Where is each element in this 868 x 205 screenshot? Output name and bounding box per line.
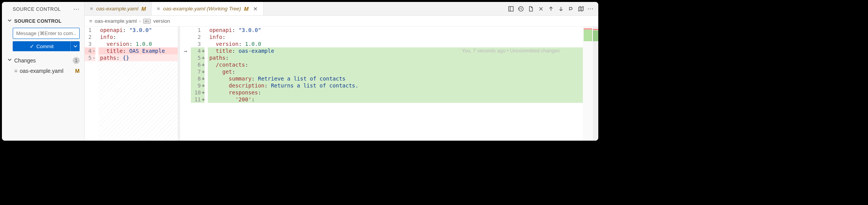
commit-button-label: Commit [37, 44, 54, 49]
arrow-right-icon[interactable]: → [184, 47, 187, 54]
commit-button[interactable]: ✓ Commit [13, 41, 70, 51]
commit-message-input[interactable] [13, 28, 80, 39]
next-change-icon[interactable] [558, 5, 564, 12]
history-icon[interactable] [517, 5, 524, 12]
prev-change-icon[interactable] [548, 5, 554, 12]
chevron-down-icon [72, 43, 78, 49]
empty-fill [98, 61, 178, 141]
minimap[interactable] [583, 27, 593, 141]
modified-badge: M [244, 6, 249, 12]
breadcrumb-separator: › [139, 18, 141, 24]
file-icon: ≡ [90, 6, 93, 12]
section-title: SOURCE CONTROL [14, 18, 62, 24]
file-name: oas-example.yaml [20, 68, 63, 74]
more-actions-icon[interactable]: ··· [73, 6, 80, 13]
code-left[interactable]: openapi: "3.0.0"info: version: 1.0.0 tit… [98, 27, 178, 141]
source-control-sidebar: SOURCE CONTROL ··· SOURCE CONTROL ✓ Comm… [2, 2, 85, 141]
commit-dropdown-button[interactable] [70, 41, 80, 51]
map-icon[interactable] [578, 5, 584, 12]
sidebar-header: SOURCE CONTROL ··· [2, 2, 84, 16]
code-right[interactable]: openapi: "3.0.0"info: version: 1.0.0 tit… [208, 27, 583, 141]
git-blame-annotation: You, 7 seconds ago • Uncommitted changes [462, 47, 560, 54]
modified-badge: M [75, 68, 80, 74]
changes-header[interactable]: Changes 1 [2, 54, 84, 66]
tab-label: oas-example.yaml (Working Tree) [163, 6, 241, 12]
editor-actions: ··· [507, 5, 598, 12]
open-file-icon[interactable] [527, 5, 534, 12]
close-icon[interactable]: ✕ [253, 6, 258, 12]
changes-label: Changes [14, 57, 36, 64]
chevron-down-icon [7, 17, 13, 25]
overview-ruler[interactable] [593, 27, 598, 141]
changed-file-item[interactable]: ≡ oas-example.yaml M [2, 66, 84, 76]
diff-pane-original: 1234-5- openapi: "3.0.0"info: version: 1… [85, 27, 180, 141]
tab-original[interactable]: ≡ oas-example.yaml M [85, 2, 152, 15]
file-icon: ≡ [14, 68, 17, 74]
check-icon: ✓ [30, 43, 34, 49]
diff-arrow-column: → [180, 27, 191, 141]
file-icon: ≡ [157, 6, 160, 12]
file-icon: ≡ [89, 18, 92, 24]
tab-bar: ≡ oas-example.yaml M ≡ oas-example.yaml … [85, 2, 598, 16]
diff-editor[interactable]: 1234-5- openapi: "3.0.0"info: version: 1… [85, 27, 598, 141]
svg-rect-0 [509, 7, 513, 11]
sidebar-title: SOURCE CONTROL [13, 7, 61, 12]
commit-button-row: ✓ Commit [2, 41, 84, 54]
more-actions-icon[interactable]: ··· [588, 5, 594, 12]
section-header[interactable]: SOURCE CONTROL [2, 16, 84, 26]
changes-count-badge: 1 [73, 57, 80, 64]
discard-icon[interactable] [537, 5, 544, 12]
gutter [178, 27, 180, 141]
line-numbers-right: 1234+5+6+7+8+9+10+11+ [191, 27, 208, 141]
breadcrumb-file: oas-example.yaml [95, 18, 137, 24]
commit-input-wrap [2, 26, 84, 41]
diff-pane-modified: 1234+5+6+7+8+9+10+11+ openapi: "3.0.0"in… [191, 27, 598, 141]
line-numbers-left: 1234-5- [85, 27, 98, 141]
symbol-icon: abc [143, 19, 151, 24]
whitespace-icon[interactable] [568, 5, 574, 12]
app-window: SOURCE CONTROL ··· SOURCE CONTROL ✓ Comm… [2, 2, 598, 141]
tab-label: oas-example.yaml [96, 6, 139, 12]
tab-working-tree[interactable]: ≡ oas-example.yaml (Working Tree) M ✕ [152, 2, 264, 15]
show-tree-icon[interactable] [507, 5, 514, 12]
chevron-down-icon [7, 57, 13, 64]
breadcrumb[interactable]: ≡ oas-example.yaml › abc version [85, 16, 598, 27]
editor-main: ≡ oas-example.yaml M ≡ oas-example.yaml … [85, 2, 598, 141]
modified-badge: M [141, 6, 146, 12]
breadcrumb-symbol: version [153, 18, 170, 24]
